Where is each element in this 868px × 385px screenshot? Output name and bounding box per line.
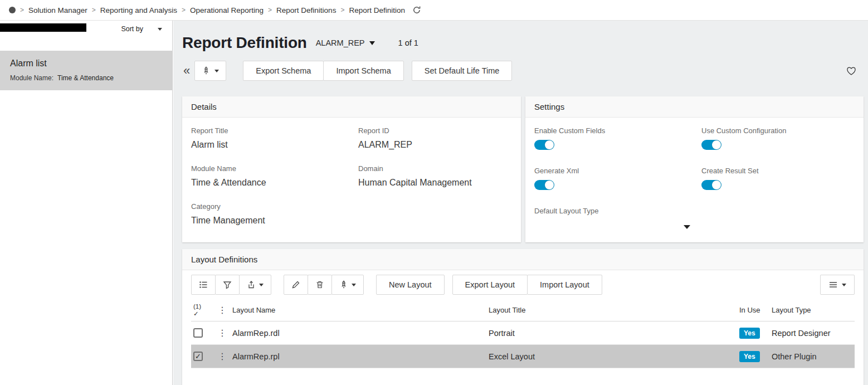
field-label: Report Title [191, 126, 358, 135]
export-layout-button[interactable]: Export Layout [452, 275, 528, 295]
field-module-name: Module Name Time & Attendance [191, 164, 358, 188]
field-label: Module Name [191, 164, 358, 173]
column-header-layout-name[interactable]: Layout Name [232, 306, 489, 314]
header-kebab-icon[interactable]: ⋮ [212, 305, 232, 315]
field-value: Alarm list [191, 140, 358, 150]
toggle-label: Create Result Set [701, 167, 855, 175]
row-layout-type: Other Plugin [772, 352, 855, 361]
column-header-layout-title[interactable]: Layout Title [489, 306, 739, 314]
actions-dropdown-button[interactable] [194, 61, 226, 81]
set-default-life-time-button[interactable]: Set Default Life Time [412, 61, 513, 81]
row-checkbox[interactable] [193, 328, 203, 338]
actions-caret-icon [214, 70, 219, 72]
select-all-cell: (1) ✓ [191, 303, 212, 318]
select-all-control[interactable]: (1) ✓ [193, 303, 212, 318]
filter-button[interactable] [215, 275, 240, 295]
breadcrumb-separator: > [340, 6, 345, 14]
delete-button[interactable] [308, 275, 332, 295]
breadcrumb-separator: > [181, 6, 186, 14]
row-layout-type: Report Designer [772, 329, 855, 338]
details-panel: Details Report Title Alarm list Report I… [182, 96, 521, 242]
rocket-icon [202, 66, 211, 75]
import-schema-button[interactable]: Import Schema [323, 61, 403, 81]
row-layout-title: Excel Layout [489, 352, 739, 361]
table-header-row: (1) ✓ ⋮ Layout Name Layout Title In Use … [191, 299, 855, 321]
sidebar-item-alarm-list[interactable]: Alarm list Module Name:Time & Attendance [0, 51, 172, 90]
sidebar-header: Sort by [0, 21, 172, 37]
field-value: Time Management [191, 216, 358, 226]
toggle-knob [545, 140, 554, 149]
selected-count: (1) [193, 303, 212, 310]
toggle-label: Generate Xml [534, 167, 701, 175]
row-layout-name: AlarmRep.rpl [232, 352, 489, 361]
default-layout-type-field: Default Layout Type [534, 207, 701, 235]
breadcrumb-separator: > [91, 6, 96, 14]
toggle-knob [712, 140, 721, 149]
create-result-set-toggle[interactable] [701, 180, 721, 190]
row-kebab-icon[interactable]: ⋮ [212, 328, 232, 338]
breadcrumb-item-operational-reporting[interactable]: Operational Reporting [190, 6, 264, 14]
row-kebab-icon[interactable]: ⋮ [212, 351, 232, 362]
row-select-cell [191, 328, 212, 338]
sort-by-label[interactable]: Sort by [121, 25, 143, 33]
generate-xml-toggle[interactable] [534, 180, 554, 190]
export-schema-button[interactable]: Export Schema [243, 61, 324, 81]
layouts-table: (1) ✓ ⋮ Layout Name Layout Title In Use … [191, 299, 855, 368]
toggle-enable-custom-fields: Enable Custom Fields [534, 126, 701, 150]
cards-row: Details Report Title Alarm list Report I… [182, 96, 864, 242]
toggle-use-custom-configuration: Use Custom Configuration [701, 126, 855, 150]
select-all-check-icon: ✓ [193, 310, 212, 318]
details-panel-title: Details [182, 96, 521, 118]
sidebar: Sort by Alarm list Module Name:Time & At… [0, 21, 173, 385]
collapse-sidebar-icon[interactable]: « [182, 61, 194, 81]
layout-toolbar: New Layout Export Layout Import Layout [182, 270, 864, 299]
sidebar-item-title: Alarm list [10, 59, 162, 69]
toggle-create-result-set: Create Result Set [701, 167, 855, 190]
breadcrumb-item-reporting-analysis[interactable]: Reporting and Analysis [100, 6, 177, 14]
row-in-use-cell: Yes [739, 328, 772, 339]
record-caret-icon [369, 41, 375, 45]
refresh-icon[interactable] [412, 6, 421, 14]
default-layout-type-select[interactable] [534, 220, 690, 235]
row-actions-dropdown-button[interactable] [331, 275, 364, 295]
column-header-layout-type[interactable]: Layout Type [772, 306, 855, 314]
table-row[interactable]: ⋮ AlarmRep.rdl Portrait Yes Report Desig… [191, 321, 855, 345]
record-selector[interactable]: ALARM_REP [316, 38, 375, 47]
breadcrumb-item-report-definition[interactable]: Report Definition [349, 6, 405, 14]
toggle-generate-xml: Generate Xml [534, 167, 701, 190]
table-row[interactable]: ✓ ⋮ AlarmRep.rpl Excel Layout Yes Other … [191, 345, 855, 368]
table-view-dropdown-button[interactable] [820, 275, 855, 295]
breadcrumb-item-report-definitions[interactable]: Report Definitions [276, 6, 336, 14]
record-name: ALARM_REP [316, 38, 365, 47]
favorite-heart-icon[interactable] [846, 65, 857, 76]
main-content: Report Definition ALARM_REP 1 of 1 « Exp… [173, 21, 868, 385]
title-row: Report Definition ALARM_REP 1 of 1 [182, 32, 864, 54]
page-toolbar: « Export Schema Import Schema Set Defaul… [182, 61, 864, 81]
column-header-in-use[interactable]: In Use [739, 306, 772, 314]
row-in-use-cell: Yes [739, 351, 772, 362]
use-custom-configuration-toggle[interactable] [701, 140, 721, 150]
layout-definitions-title: Layout Definitions [182, 249, 864, 270]
home-icon[interactable] [9, 7, 16, 13]
sort-by-caret-icon[interactable] [158, 28, 162, 31]
field-value: Time & Attendance [191, 178, 358, 188]
row-actions-caret-icon [352, 284, 356, 286]
import-layout-button[interactable]: Import Layout [527, 275, 602, 295]
module-name-label: Module Name: [10, 74, 53, 82]
table-view-caret-icon [842, 284, 846, 286]
enable-custom-fields-toggle[interactable] [534, 140, 554, 150]
in-use-badge: Yes [739, 328, 760, 339]
toggle-label: Enable Custom Fields [534, 126, 701, 135]
breadcrumb-separator: > [267, 6, 272, 14]
export-dropdown-button[interactable] [239, 275, 271, 295]
default-layout-type-caret-icon [684, 225, 690, 229]
page-title: Report Definition [182, 34, 307, 52]
edit-button[interactable] [284, 275, 308, 295]
row-checkbox[interactable]: ✓ [193, 352, 203, 361]
breadcrumb-separator: > [19, 6, 25, 14]
new-layout-button[interactable]: New Layout [376, 275, 445, 295]
list-view-button[interactable] [191, 275, 216, 295]
field-value: Human Capital Management [358, 178, 512, 188]
breadcrumb-item-solution-manager[interactable]: Solution Manager [28, 6, 87, 14]
default-layout-type-label: Default Layout Type [534, 207, 701, 215]
